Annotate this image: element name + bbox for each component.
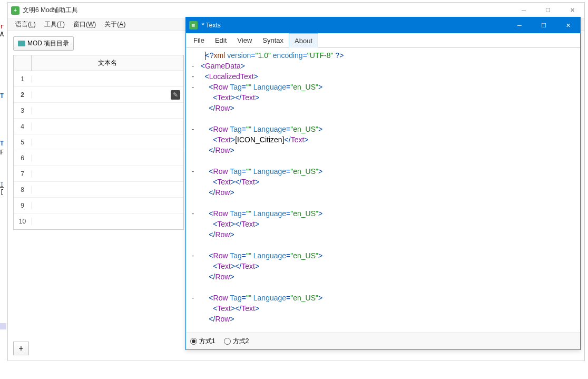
code-line[interactable]: </Row> bbox=[189, 229, 580, 240]
code-text[interactable] bbox=[197, 156, 580, 166]
editor-menu-edit[interactable]: Edit bbox=[210, 33, 232, 47]
add-button[interactable]: + bbox=[13, 342, 29, 355]
mode-radio-1[interactable]: 方式1 bbox=[190, 337, 215, 346]
code-text[interactable]: <Text></Text> bbox=[197, 261, 580, 271]
code-line[interactable]: <Text></Text> bbox=[189, 177, 580, 187]
code-text[interactable] bbox=[197, 198, 580, 208]
editor-menu-view[interactable]: View bbox=[232, 33, 257, 47]
code-line[interactable]: </Row> bbox=[189, 271, 580, 282]
code-text[interactable]: <Text></Text> bbox=[197, 303, 580, 314]
editor-menu-about[interactable]: About bbox=[289, 33, 318, 48]
code-text[interactable]: <Row Tag="" Language="en_US"> bbox=[197, 293, 580, 303]
code-line[interactable] bbox=[189, 198, 580, 208]
code-text[interactable]: </Row> bbox=[197, 103, 580, 113]
code-text[interactable]: <GameData> bbox=[197, 61, 580, 71]
table-row[interactable]: 1 bbox=[14, 71, 183, 87]
code-text[interactable]: </Row> bbox=[197, 145, 580, 156]
table-row[interactable]: 2✎ bbox=[14, 87, 183, 103]
table-row[interactable]: 10 bbox=[14, 213, 183, 229]
code-text[interactable]: <Row Tag="" Language="en_US"> bbox=[197, 250, 580, 261]
maximize-button[interactable]: ☐ bbox=[536, 3, 560, 18]
editor-close-button[interactable]: ✕ bbox=[556, 17, 580, 33]
code-line[interactable]: </Row> bbox=[189, 314, 580, 324]
mode-radio-2[interactable]: 方式2 bbox=[224, 337, 249, 346]
editor-body[interactable]: <?xml version="1.0" encoding="UTF-8" ?>-… bbox=[186, 48, 580, 333]
fold-gutter bbox=[189, 156, 197, 166]
code-text[interactable]: </Row> bbox=[197, 187, 580, 198]
table-row[interactable]: 9 bbox=[14, 198, 183, 213]
editor-maximize-button[interactable]: ☐ bbox=[532, 17, 556, 33]
code-text[interactable]: <LocalizedText> bbox=[197, 71, 580, 82]
pencil-icon: ✎ bbox=[171, 90, 180, 100]
code-line[interactable]: - <Row Tag="" Language="en_US"> bbox=[189, 124, 580, 134]
code-text[interactable]: </Row> bbox=[197, 229, 580, 240]
code-line[interactable] bbox=[189, 113, 580, 124]
table-row[interactable]: 4 bbox=[14, 119, 183, 134]
fold-gutter[interactable]: - bbox=[189, 71, 197, 82]
code-line[interactable]: - <Row Tag="" Language="en_US"> bbox=[189, 250, 580, 261]
editor-menu-syntax[interactable]: Syntax bbox=[257, 33, 289, 47]
code-line[interactable] bbox=[189, 240, 580, 250]
fold-gutter bbox=[189, 282, 197, 293]
code-line[interactable]: - <Row Tag="" Language="en_US"> bbox=[189, 293, 580, 303]
fold-gutter[interactable]: - bbox=[189, 82, 197, 92]
minimize-button[interactable]: ─ bbox=[512, 3, 536, 18]
code-text[interactable]: </Row> bbox=[197, 314, 580, 324]
fold-gutter[interactable]: - bbox=[189, 166, 197, 177]
code-text[interactable]: <Text></Text> bbox=[197, 177, 580, 187]
table-row[interactable]: 6 bbox=[14, 150, 183, 166]
code-text[interactable] bbox=[197, 282, 580, 293]
menu-item-t[interactable]: 工具(T) bbox=[40, 19, 69, 30]
menu-item-a[interactable]: 关于(A) bbox=[100, 19, 130, 30]
menu-item-l[interactable]: 语言(L) bbox=[11, 19, 40, 30]
code-line[interactable]: <Text>[ICON_Citizen]</Text> bbox=[189, 134, 580, 145]
fold-gutter[interactable]: - bbox=[189, 61, 197, 71]
code-line[interactable]: - <Row Tag="" Language="en_US"> bbox=[189, 166, 580, 177]
code-text[interactable]: <Text></Text> bbox=[197, 92, 580, 103]
editor-titlebar[interactable]: ≡ * Texts ─ ☐ ✕ bbox=[186, 17, 580, 33]
table-row[interactable]: 8 bbox=[14, 182, 183, 198]
code-text[interactable]: <Row Tag="" Language="en_US"> bbox=[197, 82, 580, 92]
code-line[interactable]: </Row> bbox=[189, 103, 580, 113]
fold-gutter[interactable]: - bbox=[189, 250, 197, 261]
main-titlebar[interactable]: + 文明6 Mod辅助工具 ─ ☐ ✕ bbox=[8, 3, 584, 18]
code-line[interactable]: <Text></Text> bbox=[189, 92, 580, 103]
code-line[interactable]: <?xml version="1.0" encoding="UTF-8" ?> bbox=[189, 50, 580, 61]
fold-gutter[interactable]: - bbox=[189, 208, 197, 219]
table-row[interactable]: 7 bbox=[14, 166, 183, 182]
fold-gutter bbox=[189, 113, 197, 124]
table-row[interactable]: 3 bbox=[14, 103, 183, 119]
code-line[interactable]: <Text></Text> bbox=[189, 303, 580, 314]
fold-gutter bbox=[189, 145, 197, 156]
code-line[interactable]: <Text></Text> bbox=[189, 261, 580, 271]
code-text[interactable]: <?xml version="1.0" encoding="UTF-8" ?> bbox=[197, 50, 580, 61]
code-line[interactable]: - <Row Tag="" Language="en_US"> bbox=[189, 208, 580, 219]
code-text[interactable] bbox=[197, 240, 580, 250]
code-area[interactable]: <?xml version="1.0" encoding="UTF-8" ?>-… bbox=[186, 48, 580, 326]
table-header-rownum bbox=[14, 55, 32, 71]
code-text[interactable] bbox=[197, 113, 580, 124]
code-text[interactable]: <Row Tag="" Language="en_US"> bbox=[197, 124, 580, 134]
code-line[interactable]: - <LocalizedText> bbox=[189, 71, 580, 82]
code-text[interactable]: </Row> bbox=[197, 271, 580, 282]
fold-gutter[interactable]: - bbox=[189, 124, 197, 134]
code-line[interactable]: </Row> bbox=[189, 187, 580, 198]
editor-menu-file[interactable]: File bbox=[188, 33, 210, 47]
code-line[interactable] bbox=[189, 282, 580, 293]
table-row[interactable]: 5 bbox=[14, 134, 183, 150]
code-text[interactable]: <Text></Text> bbox=[197, 219, 580, 229]
code-line[interactable] bbox=[189, 156, 580, 166]
code-line[interactable]: - <GameData> bbox=[189, 61, 580, 71]
code-line[interactable]: </Row> bbox=[189, 145, 580, 156]
close-button[interactable]: ✕ bbox=[560, 3, 584, 18]
code-line[interactable]: - <Row Tag="" Language="en_US"> bbox=[189, 82, 580, 92]
row-name-cell[interactable]: ✎ bbox=[32, 90, 183, 100]
mod-directory-button[interactable]: MOD 项目目录 bbox=[13, 36, 74, 51]
fold-gutter[interactable]: - bbox=[189, 293, 197, 303]
code-text[interactable]: <Row Tag="" Language="en_US"> bbox=[197, 166, 580, 177]
code-text[interactable]: <Text>[ICON_Citizen]</Text> bbox=[197, 134, 580, 145]
editor-minimize-button[interactable]: ─ bbox=[507, 17, 532, 33]
menu-item-w[interactable]: 窗口(W) bbox=[69, 19, 100, 30]
code-text[interactable]: <Row Tag="" Language="en_US"> bbox=[197, 208, 580, 219]
code-line[interactable]: <Text></Text> bbox=[189, 219, 580, 229]
